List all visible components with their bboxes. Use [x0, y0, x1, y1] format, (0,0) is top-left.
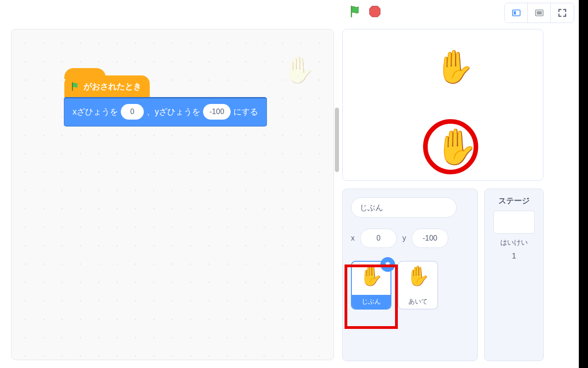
sprite-x-input[interactable]: 0: [360, 229, 397, 248]
green-flag-icon: [71, 81, 81, 92]
delete-sprite-button[interactable]: [380, 257, 395, 272]
x-label: x: [351, 234, 355, 242]
backdrop-thumbnail[interactable]: [493, 211, 535, 234]
right-dark-strip: [579, 0, 588, 368]
sprite-y-input[interactable]: -100: [412, 229, 448, 248]
sprite-tile-jibun[interactable]: ✋ じぶん: [351, 261, 391, 310]
goto-x-input[interactable]: 0: [121, 104, 144, 120]
stage-size-controls: [504, 3, 574, 23]
svg-rect-0: [351, 6, 352, 17]
sprite-info-panel: じぶん x 0 y -100 ✋ じぶん ✋ あいて: [342, 189, 478, 361]
hand-icon: ✋: [406, 266, 430, 286]
stage-large-button[interactable]: [528, 3, 551, 23]
hat-block-label: がおされたとき: [84, 81, 141, 92]
hand-icon: ✋: [359, 266, 383, 286]
goto-suffix: にする: [233, 106, 258, 117]
stage-backdrop-panel: ステージ はいけい 1: [484, 189, 544, 361]
svg-rect-3: [514, 11, 516, 14]
svg-rect-5: [537, 11, 542, 14]
svg-marker-1: [369, 6, 380, 17]
stage-preview[interactable]: ✋ ✋: [342, 29, 543, 181]
goto-y-input[interactable]: -100: [203, 104, 231, 120]
sprite-tile-label: じぶん: [352, 295, 390, 309]
sprite-aite-on-stage[interactable]: ✋: [435, 48, 475, 86]
stage-small-button[interactable]: [505, 3, 528, 23]
workspace-scrollbar[interactable]: [335, 108, 339, 172]
green-flag-button[interactable]: [349, 5, 363, 18]
window-top-strip: [0, 0, 588, 9]
y-label: y: [402, 234, 406, 242]
sprite-name-input[interactable]: じぶん: [351, 197, 457, 218]
svg-rect-2: [512, 10, 520, 16]
goto-prefix: xざひょうを: [73, 106, 118, 117]
when-flag-clicked-block[interactable]: がおされたとき: [64, 75, 150, 98]
stop-button[interactable]: [368, 5, 381, 18]
svg-rect-6: [72, 82, 73, 91]
fullscreen-button[interactable]: [551, 3, 574, 23]
goto-xy-block[interactable]: xざひょうを 0 、yざひょうを -100 にする: [64, 98, 266, 126]
sprite-watermark-icon: ✋: [283, 55, 315, 85]
sprite-tile-aite[interactable]: ✋ あいて: [398, 261, 438, 310]
sprite-tile-label: あいて: [399, 295, 437, 309]
trash-icon: [384, 261, 391, 268]
script-workspace[interactable]: ✋ がおされたとき xざひょうを 0 、yざひょうを -100 にする: [11, 29, 334, 360]
goto-mid: 、yざひょうを: [147, 106, 200, 117]
backdrop-count: 1: [512, 252, 516, 261]
stage-title: ステージ: [498, 196, 530, 206]
annotation-circle: [423, 119, 478, 174]
backdrop-label: はいけい: [500, 238, 528, 247]
